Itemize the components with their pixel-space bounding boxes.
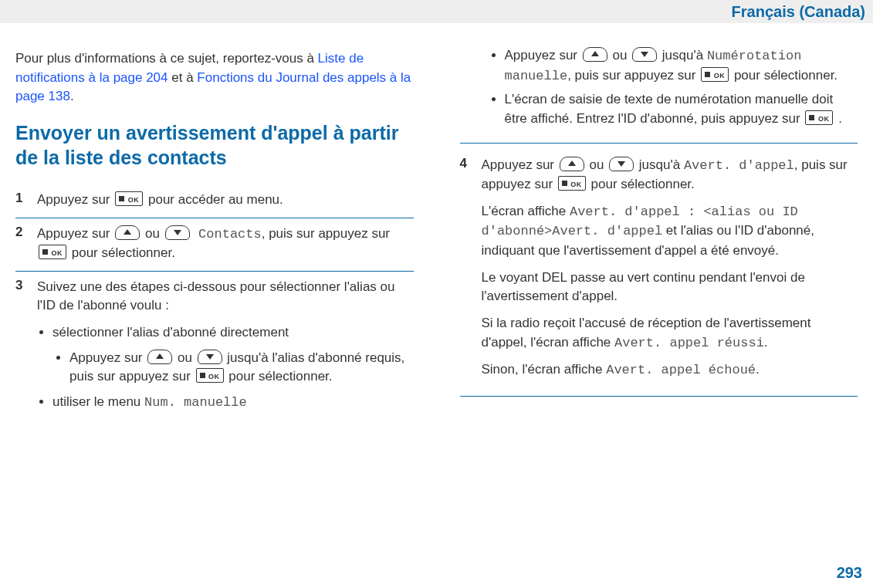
up-arrow-icon — [560, 157, 584, 171]
up-arrow-icon — [115, 225, 140, 240]
s4-p5b: . — [756, 362, 760, 377]
s4-p2: L'écran affiche Avert. d'appel : <alias … — [482, 202, 858, 261]
step3-opt1: sélectionner l'alias d'abonné directemen… — [52, 323, 414, 387]
steps-list-right: Appuyez sur ou jusqu'à Avert. d'appel, p… — [460, 150, 858, 397]
step3-opt1-sub-item: Appuyez sur ou jusqu'à l'alias d'abonné … — [69, 349, 414, 387]
cont-b1: Appuyez sur ou jusqu'à Numérotation manu… — [505, 46, 858, 86]
step-4: Appuyez sur ou jusqu'à Avert. d'appel, p… — [460, 150, 858, 397]
step3-options: sélectionner l'alias d'abonné directemen… — [37, 323, 414, 413]
left-column: Pour plus d'informations à ce sujet, rep… — [15, 42, 414, 428]
intro-pre: Pour plus d'informations à ce sujet, rep… — [15, 51, 318, 66]
step3-opt1-sub: Appuyez sur ou jusqu'à l'alias d'abonné … — [52, 349, 414, 387]
step2-end: pour sélectionner. — [72, 245, 175, 260]
s4-p5a: Sinon, l'écran affiche — [482, 362, 607, 377]
step3-lead: Suivez une des étapes ci-dessous pour sé… — [37, 279, 394, 313]
s4-ou: ou — [589, 157, 607, 172]
step3-opt2: utiliser le menu Num. manuelle — [52, 393, 414, 413]
ok-button-icon — [115, 191, 143, 206]
step1-a: Appuyez sur — [37, 192, 113, 207]
s4-mono1: Avert. d'appel — [684, 158, 794, 173]
c1-ou: ou — [612, 48, 631, 63]
s3o2-mono: Num. manuelle — [144, 395, 247, 410]
step2-a: Appuyez sur — [37, 226, 113, 241]
locale-label: Français (Canada) — [732, 3, 865, 21]
intro-mid: et à — [168, 70, 198, 85]
step2-ou: ou — [145, 226, 164, 241]
ok-button-icon — [558, 176, 586, 191]
up-arrow-icon — [147, 350, 172, 364]
step2-contacts: Contacts — [198, 227, 262, 242]
s4-sel: pour sélectionner. — [591, 177, 695, 191]
c1-j: jusqu'à — [662, 48, 707, 63]
s4-p4b: . — [764, 335, 768, 350]
step3-opt1-text: sélectionner l'alias d'abonné directemen… — [52, 325, 289, 340]
ok-button-icon — [196, 368, 224, 383]
s4-p5: Sinon, l'écran affiche Avert. appel écho… — [482, 360, 858, 380]
s4-a: Appuyez sur — [482, 157, 558, 172]
s4-p2a: L'écran affiche — [482, 204, 570, 218]
c1-mid: , puis sur appuyez sur — [567, 68, 699, 83]
s3o1-ou: ou — [178, 350, 196, 365]
s4-p3: Le voyant DEL passe au vert continu pend… — [482, 269, 858, 306]
step-1: Appuyez sur pour accéder au menu. — [15, 184, 414, 218]
header-band: Français (Canada) — [0, 0, 873, 23]
step-3: Suivez une des étapes ci-dessous pour sé… — [15, 272, 414, 428]
page-number: 293 — [837, 564, 862, 582]
content: Pour plus d'informations à ce sujet, rep… — [0, 23, 873, 428]
step2-mid: , puis sur appuyez sur — [262, 226, 390, 241]
s4-p4mono: Avert. appel réussi — [614, 336, 764, 350]
step-2: Appuyez sur ou Contacts, puis sur appuye… — [15, 218, 414, 272]
ok-button-icon — [39, 245, 66, 259]
up-arrow-icon — [583, 47, 607, 62]
ok-button-icon — [805, 110, 833, 125]
step3-continued: Appuyez sur ou jusqu'à Numérotation manu… — [460, 46, 858, 144]
s4-p5mono: Avert. appel échoué — [606, 363, 756, 377]
steps-list-left: Appuyez sur pour accéder au menu. Appuye… — [15, 184, 414, 428]
s4-p4: Si la radio reçoit l'accusé de réception… — [482, 314, 858, 353]
c1-a: Appuyez sur — [505, 48, 581, 63]
down-arrow-icon — [165, 225, 190, 240]
right-column: Appuyez sur ou jusqu'à Numérotation manu… — [460, 42, 858, 428]
s3o1-a: Appuyez sur — [69, 350, 146, 365]
c1-end: pour sélectionner. — [734, 68, 837, 83]
down-arrow-icon — [609, 157, 634, 171]
intro-end: . — [70, 89, 74, 103]
intro-paragraph: Pour plus d'informations à ce sujet, rep… — [15, 49, 414, 106]
s4-j: jusqu'à — [639, 157, 684, 172]
section-title: Envoyer un avertissement d'appel à parti… — [15, 120, 414, 171]
s3o2-a: utiliser le menu — [52, 394, 144, 409]
cont-b2: L'écran de saisie de texte de numérotati… — [505, 90, 858, 128]
ok-button-icon — [701, 67, 729, 82]
s3o1-c: pour sélectionner. — [228, 369, 332, 384]
down-arrow-icon — [198, 350, 222, 364]
c2-a: L'écran de saisie de texte de numérotati… — [505, 92, 834, 126]
step1-b: pour accéder au menu. — [148, 192, 283, 207]
c2-end: . — [838, 111, 842, 126]
down-arrow-icon — [632, 47, 657, 62]
